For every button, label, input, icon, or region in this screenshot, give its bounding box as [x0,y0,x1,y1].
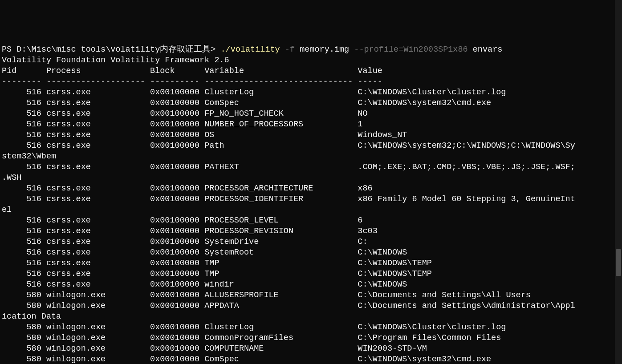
terminal-output[interactable]: PS D:\Misc\misc tools\volatility内存取证工具> … [2,44,620,364]
table-row: 580 winlogon.exe 0x00010000 ALLUSERSPROF… [2,291,531,300]
flag-f: -f [285,45,295,54]
arg-image: memory.img [300,45,349,54]
cmd-executable: ./volatility [220,45,280,54]
table-row: 516 csrss.exe 0x00100000 PROCESSOR_REVIS… [2,226,378,236]
table-row: 516 csrss.exe 0x00100000 SystemRoot C:\W… [2,248,407,257]
table-row: 516 csrss.exe 0x00100000 FP_NO_HOST_CHEC… [2,109,368,118]
table-row: 516 csrss.exe 0x00100000 windir C:\WINDO… [2,280,407,289]
scrollbar[interactable] [615,0,622,364]
cmd-plugin: envars [473,45,503,54]
table-row: 516 csrss.exe 0x00100000 ClusterLog C:\W… [2,88,506,97]
table-row: 516 csrss.exe 0x00100000 Path C:\WINDOWS… [2,141,575,150]
flag-profile: --profile=Win2003SP1x86 [354,45,468,54]
table-row: 580 winlogon.exe 0x00010000 ComSpec C:\W… [2,355,491,364]
ps-path: D:\Misc\misc tools\volatility内存取证工具> [16,45,215,54]
table-row: 516 csrss.exe 0x00100000 PROCESSOR_LEVEL… [2,216,362,225]
table-row: 580 winlogon.exe 0x00010000 CommonProgra… [2,333,501,343]
table-row: 580 winlogon.exe 0x00010000 COMPUTERNAME… [2,344,427,353]
table-row: 516 csrss.exe 0x00100000 NUMBER_OF_PROCE… [2,120,362,129]
table-divider: -------- -------------------- ----------… [2,77,382,86]
table-row: 516 csrss.exe 0x00100000 TMP C:\WINDOWS\… [2,259,432,268]
ps-label: PS [2,45,16,54]
table-row: 516 csrss.exe 0x00100000 SystemDrive C: [2,237,368,247]
table-row: 516 csrss.exe 0x00100000 PROCESSOR_ARCHI… [2,184,373,193]
table-row: 580 winlogon.exe 0x00010000 ClusterLog C… [2,323,506,332]
scroll-thumb[interactable] [616,249,621,276]
table-row: 516 csrss.exe 0x00100000 ComSpec C:\WIND… [2,98,491,108]
table-row: 516 csrss.exe 0x00100000 OS Windows_NT [2,130,407,140]
table-row: 516 csrss.exe 0x00100000 PROCESSOR_IDENT… [2,194,575,204]
table-row: ication Data [2,312,61,321]
table-header: Pid Process Block Variable Value [2,66,382,76]
table-row: stem32\Wbem [2,152,56,161]
table-row: el [2,205,12,214]
table-row: 516 csrss.exe 0x00100000 PATHEXT .COM;.E… [2,162,575,172]
table-row: 516 csrss.exe 0x00100000 TMP C:\WINDOWS\… [2,269,432,279]
banner: Volatility Foundation Volatility Framewo… [2,56,229,65]
table-row: .WSH [2,173,21,182]
table-row: 580 winlogon.exe 0x00010000 APPDATA C:\D… [2,301,575,311]
